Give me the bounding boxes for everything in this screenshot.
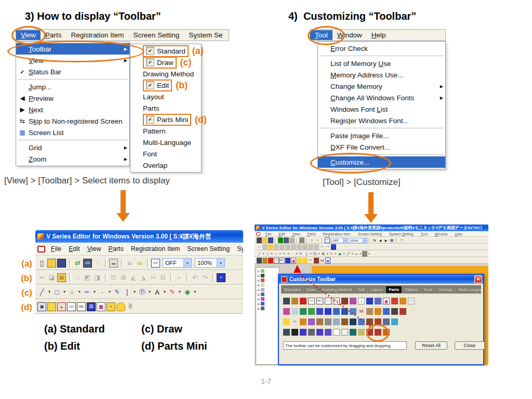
tree-expand-icon[interactable]: ⊞: [257, 297, 260, 301]
ungroup-icon[interactable]: ◨: [93, 273, 102, 282]
tree-expand-icon[interactable]: ⊞: [257, 274, 260, 277]
menu-item-skip-to-non-registered-screen[interactable]: ⇆Skip to Non-registered Screen: [16, 115, 129, 127]
tree-item[interactable]: ⊟: [257, 269, 278, 273]
checkbox-checked-icon[interactable]: ✔: [146, 47, 154, 55]
checkbox-checked-icon[interactable]: ✔: [146, 115, 154, 124]
dropdown-arrow-icon[interactable]: ▾: [132, 288, 137, 297]
note-parts-icon[interactable]: [341, 329, 348, 336]
help-icon[interactable]: ?: [399, 237, 404, 243]
dropdown-arrow-icon[interactable]: ▾: [318, 251, 320, 257]
dropdown-arrow-icon[interactable]: ▾: [335, 251, 337, 257]
menubar-item-file[interactable]: File: [47, 245, 65, 253]
sampling2-icon[interactable]: [308, 308, 315, 315]
paint-tool-icon[interactable]: ✎: [113, 288, 122, 297]
char-display-icon[interactable]: ABC: [77, 302, 86, 311]
menu-item-grid[interactable]: Grid▶: [16, 142, 129, 153]
line-tool-icon[interactable]: ╱: [257, 251, 262, 257]
graph3-icon[interactable]: [341, 308, 348, 315]
folder-parts-icon[interactable]: [358, 329, 365, 336]
off-combobox[interactable]: OFF ▼: [331, 238, 348, 243]
num-display-icon[interactable]: 123: [67, 302, 76, 311]
alarm-bell-icon[interactable]: [283, 318, 290, 325]
sampling-icon[interactable]: [300, 308, 307, 315]
dropdown-arrow-icon[interactable]: ▾: [368, 251, 370, 257]
tab-edit[interactable]: Edit: [355, 286, 368, 293]
pen-tool-icon[interactable]: ✎: [168, 288, 177, 297]
num-display-icon[interactable]: 123: [274, 258, 279, 263]
p-mark-tool-icon[interactable]: Ⓟ: [312, 251, 317, 257]
menu-item-jump[interactable]: Jump...: [16, 81, 129, 92]
flask-icon[interactable]: [400, 308, 406, 315]
combo-dropdown-icon[interactable]: ▼: [343, 238, 347, 243]
tree-expand-icon[interactable]: ⊞: [257, 302, 260, 305]
text-tool-icon[interactable]: A: [282, 251, 287, 257]
menubar-item-screen-setting[interactable]: Screen Setting: [354, 232, 385, 236]
projector-icon[interactable]: [325, 318, 331, 325]
menubar-item-tool[interactable]: Tool: [310, 30, 332, 40]
menu-item-paste-image-file[interactable]: Paste Image File...: [318, 130, 445, 141]
link-disabled-icon[interactable]: ∷: [93, 259, 102, 268]
timer-icon[interactable]: [375, 308, 381, 315]
num-input-icon[interactable]: 1.2: [325, 298, 331, 304]
scroll-icon[interactable]: [325, 329, 331, 336]
grid-parts-icon[interactable]: [300, 329, 307, 336]
graph-icon[interactable]: ▆: [291, 258, 296, 263]
dash-tool-icon[interactable]: —: [354, 251, 359, 257]
menu-item-next[interactable]: ▶Next: [16, 104, 129, 115]
dropdown-arrow-icon[interactable]: ▾: [92, 288, 97, 297]
switch-parts-icon[interactable]: [291, 298, 298, 304]
tab-parts[interactable]: Parts: [386, 286, 402, 293]
menu-item-change-memory[interactable]: Change Memory▶: [318, 81, 445, 92]
undo-icon[interactable]: ↶: [191, 273, 200, 282]
tab-standard[interactable]: Standard: [281, 286, 303, 293]
tree-item[interactable]: ⊞: [257, 283, 278, 287]
tree-item[interactable]: ⊞: [257, 306, 278, 311]
close-button[interactable]: Close: [455, 341, 485, 350]
off-indicator-icon[interactable]: OFF: [151, 259, 160, 268]
project-tree[interactable]: ⊟⊞⊞⊞⊞⊞⊞⊞⊞: [256, 267, 280, 365]
link-disabled-icon[interactable]: [289, 237, 295, 243]
circle-tool-icon[interactable]: ○: [273, 251, 278, 257]
menu-item-memory-address-use[interactable]: Memory Address Use...: [318, 69, 445, 81]
off-combobox[interactable]: OFF ▼: [163, 258, 192, 268]
video-icon[interactable]: [350, 318, 356, 325]
redo-icon[interactable]: ↷: [325, 244, 330, 250]
menubar-item-edit[interactable]: Edit: [275, 232, 288, 236]
zoom-tool-icon[interactable]: ○: [309, 237, 314, 243]
transfer-icon[interactable]: [278, 237, 283, 243]
bracket-tool-icon[interactable]: ]: [304, 251, 309, 257]
dropdown-arrow-icon[interactable]: ▾: [271, 251, 273, 257]
bracket-tool-icon[interactable]: ]: [123, 288, 131, 297]
menubar-item-view[interactable]: View: [84, 245, 105, 253]
stamp-icon[interactable]: [341, 318, 348, 325]
menu-item-drawing-method[interactable]: Drawing Method: [130, 68, 201, 79]
overlap-parts-icon[interactable]: ▣: [37, 302, 46, 311]
message-icon[interactable]: [341, 298, 348, 304]
tree-item[interactable]: ⊞: [257, 278, 278, 283]
record-icon[interactable]: [291, 329, 298, 336]
switch-parts-icon[interactable]: [262, 258, 268, 263]
palette-tool-icon[interactable]: ◉: [183, 288, 192, 297]
undo-icon[interactable]: ↶: [320, 244, 325, 250]
menubar-item-view[interactable]: View: [16, 30, 41, 40]
dropdown-arrow-icon[interactable]: ▾: [163, 288, 167, 297]
lamp-parts-icon[interactable]: [268, 258, 273, 263]
arrange-icon[interactable]: ∺: [149, 273, 157, 282]
menu-item-toolbar[interactable]: Toolbar▶: [16, 43, 129, 55]
tree-expand-icon[interactable]: ⊞: [257, 283, 260, 287]
multi-copy-icon[interactable]: [274, 244, 279, 250]
table-icon[interactable]: [283, 329, 290, 336]
checkbox-checked-icon[interactable]: ✔: [146, 81, 154, 89]
dropdown-arrow-icon[interactable]: ▾: [77, 288, 82, 297]
menu-item-font[interactable]: Font: [130, 148, 201, 159]
transfer-icon[interactable]: ⇄: [73, 259, 82, 268]
zoom-tool-icon[interactable]: ○: [125, 259, 134, 268]
menubar-item-screen-setting[interactable]: Screen Setting: [129, 30, 184, 40]
screen-list-icon[interactable]: ▦: [389, 237, 394, 243]
data-block-icon[interactable]: [350, 308, 356, 315]
rotate-left-icon[interactable]: [302, 244, 308, 250]
trend2-icon[interactable]: [316, 308, 323, 315]
menubar-item-registration-item[interactable]: Registration Item: [320, 232, 354, 236]
recipe-icon[interactable]: [366, 308, 373, 315]
off-indicator-icon[interactable]: OFF: [325, 237, 330, 243]
